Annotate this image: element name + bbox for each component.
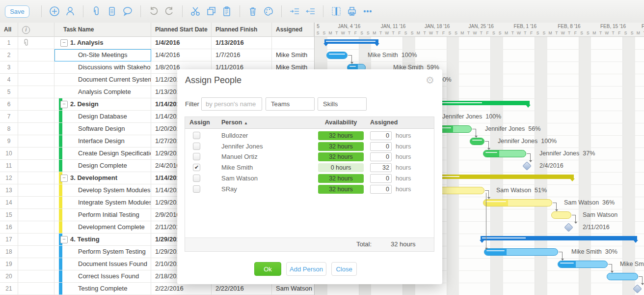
task-name-cell[interactable]: Create Design Specifications	[54, 148, 151, 159]
assigned-cell[interactable]	[272, 37, 314, 49]
filter-name-input[interactable]	[201, 97, 262, 111]
collapse-toggle[interactable]: −	[60, 101, 68, 108]
task-name-cell[interactable]: Discussions with Stakeholders	[54, 61, 151, 73]
outdent-icon[interactable]	[304, 5, 317, 18]
cut-icon[interactable]	[189, 5, 202, 18]
task-name-cell[interactable]: Develop System Modules	[54, 184, 151, 196]
task-bar[interactable]	[484, 248, 558, 256]
column-header-info[interactable]: i	[18, 23, 54, 37]
task-bar[interactable]	[558, 261, 608, 268]
person-icon[interactable]	[64, 5, 77, 18]
columns-icon[interactable]	[330, 5, 343, 18]
task-name-cell[interactable]: Software Design	[54, 123, 151, 135]
task-name-cell[interactable]: Testing Complete	[54, 283, 151, 295]
finish-date-cell[interactable]: 2/22/2016	[212, 283, 272, 295]
skills-filter[interactable]: Skills	[318, 97, 367, 111]
start-date-cell[interactable]: 2/22/2016	[151, 283, 212, 295]
assigned-hours-input[interactable]	[370, 163, 392, 172]
close-button[interactable]: Close	[331, 262, 357, 276]
task-name-cell[interactable]: Correct Issues Found	[54, 270, 151, 282]
column-header-task-name[interactable]: Task Name	[54, 23, 151, 37]
person-row[interactable]: Jennifer Jones32 hourshours	[185, 141, 434, 152]
indent-icon[interactable]	[288, 5, 301, 18]
more-icon[interactable]	[361, 5, 374, 18]
copy-icon[interactable]	[205, 5, 217, 18]
comment-icon[interactable]	[121, 5, 134, 18]
add-circle-icon[interactable]	[48, 5, 61, 18]
task-bar[interactable]	[483, 199, 552, 206]
start-date-cell[interactable]: 1/4/2016	[151, 49, 212, 61]
task-name-cell[interactable]: Integrate System Modules	[54, 197, 151, 208]
palette-icon[interactable]	[262, 5, 275, 18]
task-name-cell[interactable]: Document Current System	[54, 74, 151, 86]
start-date-cell[interactable]: 1/4/2016	[151, 37, 212, 49]
person-checkbox[interactable]	[193, 185, 200, 193]
assigned-hours-input[interactable]	[370, 185, 392, 194]
column-header-all[interactable]: All	[0, 23, 18, 37]
assigned-hours-input[interactable]	[370, 142, 392, 151]
task-bar[interactable]	[483, 150, 526, 157]
person-row[interactable]: Manuel Ortiz32 hourshours	[185, 151, 434, 162]
header-assign[interactable]: Assign	[189, 117, 210, 128]
collapse-toggle[interactable]: −	[60, 236, 68, 243]
task-name-cell[interactable]: Development Complete	[54, 221, 151, 233]
task-name-cell[interactable]: Design Complete	[54, 160, 151, 172]
settings-gear-icon[interactable]: ⚙	[426, 74, 434, 86]
task-name-cell[interactable]: Perform Initial Testing	[54, 209, 151, 221]
assigned-hours-input[interactable]	[370, 131, 392, 140]
collapse-toggle[interactable]: −	[60, 175, 68, 182]
finish-date-cell[interactable]: 1/13/2016	[212, 37, 272, 49]
paste-icon[interactable]	[220, 5, 233, 18]
column-header-assigned[interactable]: Assigned	[272, 23, 314, 37]
person-checkbox[interactable]	[193, 132, 200, 139]
task-name-cell[interactable]: Analysis Complete	[54, 86, 151, 98]
assigned-cell[interactable]: Sam Watson	[272, 283, 314, 295]
task-row[interactable]: 2On-Site Meetings1/4/20161/7/2016Mike Sm…	[0, 49, 314, 61]
header-assigned[interactable]: Assigned	[370, 117, 398, 128]
task-row[interactable]: 21Testing Complete2/22/20162/22/2016Sam …	[0, 283, 314, 295]
save-button[interactable]: Save	[5, 5, 29, 18]
task-name-cell[interactable]: On-Site Meetings	[54, 49, 151, 61]
attachment-icon[interactable]	[90, 5, 103, 18]
task-bar[interactable]	[470, 138, 484, 145]
task-bar[interactable]	[326, 52, 348, 59]
milestone-diamond[interactable]	[564, 223, 573, 232]
teams-filter[interactable]: Teams	[266, 97, 315, 111]
task-name-cell[interactable]: Perform System Testing	[54, 246, 151, 258]
column-header-start-date[interactable]: Planned Start Date	[151, 23, 212, 37]
task-bar[interactable]	[551, 211, 571, 219]
add-person-button[interactable]: Add Person	[286, 262, 326, 276]
person-checkbox[interactable]	[193, 175, 200, 182]
milestone-diamond[interactable]	[522, 161, 531, 170]
task-name-cell[interactable]: −4. Testing	[54, 234, 151, 245]
summary-bar[interactable]	[324, 39, 378, 44]
person-checkbox[interactable]	[193, 153, 200, 160]
person-row[interactable]: Sam Watson32 hourshours	[185, 173, 434, 184]
person-checkbox[interactable]	[193, 143, 200, 150]
summary-bar[interactable]	[481, 236, 637, 240]
assigned-cell[interactable]: Mike Smith	[272, 49, 314, 61]
collapse-toggle[interactable]: −	[60, 39, 68, 47]
task-row[interactable]: 1−1. Analysis1/4/20161/13/2016	[0, 37, 314, 49]
person-row[interactable]: Bulldozer32 hourshours	[185, 130, 434, 141]
person-row[interactable]: ✔Mike Smith0 hourshours	[185, 162, 434, 173]
task-name-cell[interactable]: −1. Analysis	[54, 37, 151, 49]
header-availability[interactable]: Availability	[315, 117, 367, 128]
task-name-cell[interactable]: Document Issues Found	[54, 258, 151, 270]
column-header-finish-date[interactable]: Planned Finish Date	[212, 23, 272, 37]
task-name-cell[interactable]: −3. Development	[54, 172, 151, 184]
undo-icon[interactable]	[147, 5, 160, 18]
redo-icon[interactable]	[163, 5, 176, 18]
task-name-cell[interactable]: −2. Design	[54, 98, 151, 110]
person-checkbox[interactable]: ✔	[193, 164, 200, 171]
person-row[interactable]: SRay32 hourshours	[185, 184, 434, 195]
print-icon[interactable]	[346, 5, 358, 18]
notes-icon[interactable]	[106, 5, 118, 18]
header-person[interactable]: Person ▲	[221, 117, 248, 128]
delete-icon[interactable]	[246, 5, 259, 18]
task-bar[interactable]	[607, 273, 638, 280]
task-name-cell[interactable]: Design Database	[54, 111, 151, 122]
assigned-hours-input[interactable]	[370, 174, 392, 183]
assigned-hours-input[interactable]	[370, 152, 392, 161]
ok-button[interactable]: Ok	[254, 262, 281, 276]
